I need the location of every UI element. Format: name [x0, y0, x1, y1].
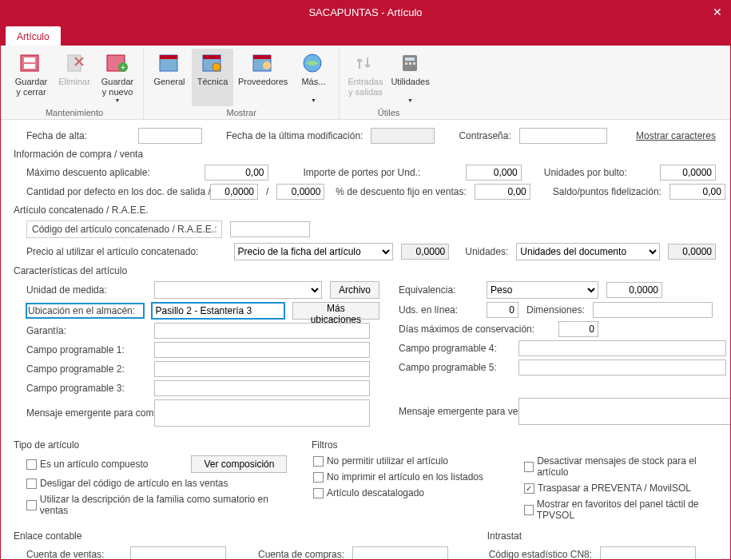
msg-ventas-input[interactable] [518, 398, 730, 425]
campo1-label: Campo programable 1: [26, 344, 146, 355]
contrasena-label: Contraseña: [459, 130, 511, 141]
dimensiones-label: Dimensiones: [526, 304, 585, 316]
save-new-icon: + [105, 51, 130, 75]
entradas-salidas-button[interactable]: Entradas y salidas [344, 49, 386, 106]
campo4-input[interactable] [518, 340, 726, 356]
campo4-label: Campo programable 4: [399, 343, 511, 354]
chk-no-imprimir[interactable] [313, 472, 324, 483]
mas-ubicaciones-button[interactable]: Más ubicaciones [292, 302, 379, 320]
contrasena-input[interactable] [519, 128, 607, 144]
section-concat: Artículo concatenado / R.A.E.E. [14, 205, 716, 216]
unidad-medida-select[interactable] [154, 281, 322, 299]
unidades-val[interactable] [668, 244, 716, 260]
content-area: Fecha de alta: Fecha de la última modifi… [1, 120, 730, 559]
chevron-down-icon: ▼ [311, 97, 316, 104]
section-intrastat: Intrastat [487, 530, 716, 542]
eliminar-button[interactable]: Eliminar [54, 49, 95, 106]
max-descuento-input[interactable] [205, 165, 268, 181]
chk-desactivar[interactable] [524, 462, 534, 472]
cuenta-compras-input[interactable] [352, 546, 448, 559]
saldo-puntos-input[interactable] [669, 184, 725, 200]
chk-compuesto[interactable] [26, 459, 37, 470]
chk-descatalogado[interactable] [313, 488, 324, 498]
svg-rect-2 [24, 64, 35, 69]
chk-descripcion[interactable] [26, 500, 37, 510]
ver-composicion-button[interactable]: Ver composición [191, 455, 287, 473]
pct-descuento-input[interactable] [475, 184, 530, 200]
mas-button[interactable]: Más... ▼ [292, 49, 334, 106]
campo2-input[interactable] [154, 361, 370, 377]
utilidades-button[interactable]: Utilidades ▼ [387, 49, 432, 106]
garantia-label: Garantía: [26, 325, 146, 336]
ribbon-group-mantenimiento: Guardar y cerrar Eliminar + Guardar y nu… [6, 49, 144, 119]
dias-max-input[interactable] [558, 321, 598, 337]
unidades-select[interactable]: Unidades del documento [516, 243, 660, 260]
ribbon: Guardar y cerrar Eliminar + Guardar y nu… [1, 46, 730, 120]
codigo-cn8-input[interactable] [600, 546, 696, 559]
proveedores-button[interactable]: Proveedores [235, 49, 291, 106]
equivalencia-val[interactable] [606, 282, 662, 298]
cantidad-defecto-label: Cantidad por defecto en los doc. de sali… [26, 186, 202, 197]
chk-no-permitir[interactable] [313, 456, 324, 467]
fecha-mod-input[interactable] [371, 128, 435, 144]
importe-portes-input[interactable] [466, 165, 522, 181]
campo5-input[interactable] [518, 359, 726, 375]
svg-rect-10 [160, 55, 177, 59]
proveedores-icon [250, 51, 276, 75]
pct-descuento-label: % de descuento fijo en ventas: [336, 186, 466, 197]
unidades-bulto-input[interactable] [660, 165, 716, 181]
save-close-icon [18, 51, 44, 75]
section-enlace: Enlace contable [14, 530, 470, 542]
msg-compras-label: Mensaje emergente para compras: [26, 407, 146, 419]
saldo-puntos-label: Saldo/puntos fidelización: [553, 186, 661, 197]
precio-concat-label: Precio al utilizar el artículo concatena… [26, 246, 226, 257]
svg-rect-3 [68, 55, 81, 71]
precio-concat-select[interactable]: Precio de la ficha del artículo [234, 243, 394, 260]
mostrar-caracteres-link[interactable]: Mostrar caracteres [636, 130, 716, 141]
precio-concat-val[interactable] [401, 244, 449, 260]
msg-compras-input[interactable] [154, 399, 370, 427]
svg-rect-1 [24, 58, 35, 62]
fecha-alta-label: Fecha de alta: [26, 130, 130, 141]
guardar-cerrar-button[interactable]: Guardar y cerrar [10, 49, 52, 106]
unidad-medida-label: Unidad de medida: [26, 284, 146, 296]
svg-point-16 [263, 62, 271, 70]
ubicacion-input[interactable] [152, 303, 284, 319]
fecha-alta-input[interactable] [138, 128, 202, 144]
campo3-input[interactable] [154, 380, 370, 396]
tab-articulo[interactable]: Artículo [6, 26, 61, 46]
ubicacion-label: Ubicación en el almacén: [26, 304, 144, 318]
cuenta-ventas-label: Cuenta de ventas: [26, 549, 122, 559]
cantidad-defecto-input1[interactable] [210, 184, 258, 200]
equivalencia-select[interactable]: Peso [487, 281, 598, 299]
chk-desligar[interactable] [26, 479, 37, 489]
campo5-label: Campo programable 5: [399, 362, 511, 373]
titlebar: SACAPUNTAS - Artículo ✕ [1, 1, 730, 23]
codigo-concat-input[interactable] [230, 221, 310, 237]
cantidad-defecto-input2[interactable] [276, 184, 324, 200]
general-button[interactable]: General [149, 49, 190, 106]
guardar-nuevo-button[interactable]: + Guardar y nuevo ▼ [97, 49, 138, 106]
svg-rect-20 [405, 62, 407, 65]
uds-linea-input[interactable] [487, 302, 518, 318]
tecnica-button[interactable]: Técnica [192, 49, 233, 106]
svg-rect-22 [413, 62, 415, 65]
importe-portes-label: Importe de portes por Und.: [304, 167, 458, 178]
ribbon-group-mostrar: General Técnica Proveedores Más... ▼ Mos… [144, 49, 340, 119]
campo1-input[interactable] [154, 342, 370, 358]
dimensiones-input[interactable] [593, 302, 713, 318]
mas-icon [300, 51, 326, 75]
chk-traspasar[interactable] [524, 483, 534, 494]
cuenta-ventas-input[interactable] [130, 546, 226, 559]
chk-favoritos[interactable] [524, 505, 534, 515]
chevron-down-icon: ▼ [115, 97, 121, 104]
unidades-bulto-label: Unidades por bulto: [544, 167, 652, 178]
cuenta-compras-label: Cuenta de compras: [258, 549, 344, 559]
max-descuento-label: Máximo descuento aplicable: [26, 167, 197, 178]
archivo-button[interactable]: Archivo [330, 281, 379, 299]
garantia-input[interactable] [154, 323, 370, 339]
msg-ventas-label: Mensaje emergente para ventas: [399, 406, 511, 417]
window-title: SACAPUNTAS - Artículo [308, 6, 422, 18]
uds-linea-label: Uds. en línea: [399, 304, 479, 316]
close-icon[interactable]: ✕ [713, 6, 722, 18]
